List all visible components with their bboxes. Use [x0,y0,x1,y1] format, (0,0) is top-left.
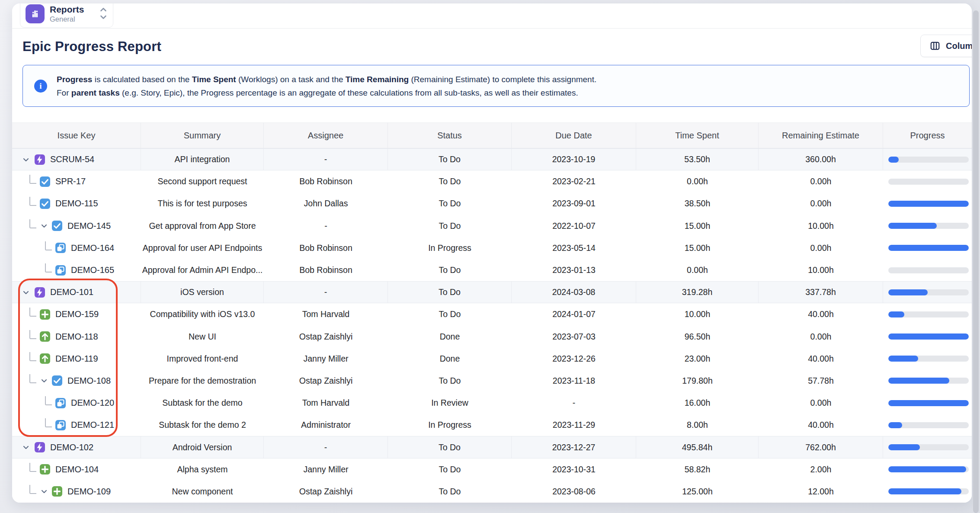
tree-elbow-connector [29,330,36,339]
remaining-estimate-cell: 0.00h [759,192,883,215]
info-text-segment: Progress [57,75,92,84]
progress-bar [888,223,969,229]
issue-key[interactable]: SCRUM-54 [50,154,94,164]
tree-elbow-connector [45,418,52,427]
report-selector[interactable]: Reports General [20,3,113,28]
due-date-cell: 2023-01-13 [512,259,636,281]
issue-key[interactable]: DEMO-164 [71,243,114,253]
issue-key[interactable]: DEMO-145 [67,221,111,231]
table-header-row: Issue KeySummaryAssigneeStatusDue DateTi… [12,122,972,148]
expand-chevron-icon[interactable] [22,155,30,164]
issue-key[interactable]: DEMO-115 [55,199,98,208]
issue-key-cell: SCRUM-54 [12,149,141,170]
expand-chevron-icon[interactable] [22,288,30,297]
assignee-cell: Administrator [264,414,388,436]
summary-cell: Improved front-end [141,348,264,370]
expand-chevron-icon[interactable] [40,376,48,385]
info-text-segment: (Remaining Estimate) to complete this as… [409,75,596,84]
issue-key-cell: DEMO-118 [12,326,141,348]
subtask-icon [55,398,66,408]
due-date-cell: 2023-11-18 [512,370,636,392]
tree-elbow-connector [29,374,36,383]
progress-bar [888,157,969,163]
issue-key[interactable]: DEMO-121 [71,420,114,430]
status-cell: To Do [388,192,512,215]
due-date-cell: 2023-07-03 [512,326,636,348]
progress-cell [883,370,972,392]
issue-key[interactable]: DEMO-159 [55,309,99,319]
table-row: SPR-17Second support requestBob Robinson… [12,170,972,192]
summary-cell: New component [141,481,264,503]
summary-cell: iOS version [141,282,264,303]
new-feature-icon [40,309,50,320]
time-spent-cell: 53.50h [636,149,759,170]
table-row: DEMO-120Subtask for the demoTom HarvaldI… [12,392,972,414]
report-selector-title: Reports [50,4,84,15]
issue-key-cell: DEMO-164 [12,237,141,259]
due-date-cell: 2023-05-14 [512,237,636,259]
columns-button[interactable]: Columns [920,35,972,57]
time-spent-cell: 0.00h [636,259,759,281]
due-date-cell: 2023-12-26 [512,348,636,370]
due-date-cell: 2024-01-07 [512,303,636,325]
table-row: DEMO-102Android Version-To Do2023-12-274… [12,436,972,458]
progress-cell [883,436,972,458]
expand-chevron-icon[interactable] [40,487,48,496]
issue-key[interactable]: DEMO-104 [55,465,99,475]
time-spent-cell: 38.50h [636,192,759,215]
select-updown-chevrons-icon[interactable] [99,6,108,22]
tree-elbow-connector [45,396,52,405]
assignee-cell: Janny Miller [264,348,388,370]
progress-cell [883,259,972,281]
report-selector-text: Reports General [50,4,84,23]
status-cell: To Do [388,436,512,458]
issue-key[interactable]: DEMO-119 [55,354,98,364]
issue-key-cell: DEMO-165 [12,259,141,281]
epic-icon [35,442,45,452]
issue-key-cell: DEMO-121 [12,414,141,436]
title-row: Epic Progress Report Columns [12,29,972,65]
epic-icon [35,287,45,298]
status-cell: To Do [388,458,512,481]
progress-cell [883,414,972,436]
issue-key[interactable]: DEMO-109 [67,487,111,497]
status-cell: Done [388,348,512,370]
expand-chevron-icon[interactable] [22,443,30,452]
task-icon [52,221,62,231]
status-cell: Done [388,326,512,348]
remaining-estimate-cell: 0.00h [759,326,883,348]
vertical-scrollbar[interactable] [973,10,979,513]
tree-elbow-connector [29,175,36,184]
summary-cell: New UI [141,326,264,348]
issue-key[interactable]: DEMO-101 [50,287,93,297]
issue-key-cell: DEMO-120 [12,392,141,414]
status-cell: To Do [388,215,512,237]
progress-bar [888,179,969,185]
new-feature-icon [52,486,62,497]
issue-key[interactable]: DEMO-165 [71,265,114,275]
remaining-estimate-cell: 2.00h [759,458,883,481]
issue-key[interactable]: SPR-17 [55,176,86,186]
issue-key[interactable]: DEMO-118 [55,332,98,342]
progress-cell [883,458,972,481]
assignee-cell: Janny Miller [264,458,388,481]
issue-key[interactable]: DEMO-120 [71,398,114,408]
summary-cell: Prepare for the demostration [141,370,264,392]
assignee-cell: - [264,215,388,237]
improvement-icon [40,331,50,342]
status-cell: To Do [388,481,512,503]
issue-key-cell: DEMO-119 [12,348,141,370]
expand-chevron-icon[interactable] [40,221,48,230]
issue-key[interactable]: DEMO-102 [50,442,93,452]
issue-key[interactable]: DEMO-108 [67,376,111,386]
remaining-estimate-cell: 10.00h [759,259,883,281]
due-date-cell: 2023-10-31 [512,458,636,481]
remaining-estimate-cell: 0.00h [759,392,883,414]
progress-bar [888,400,969,406]
column-header-due-date: Due Date [512,123,636,148]
issue-key-cell: DEMO-108 [12,370,141,392]
due-date-cell: 2023-08-06 [512,481,636,503]
table-row: DEMO-164Approval for user API EndpointsB… [12,237,972,259]
issue-key-cell: DEMO-145 [12,215,141,237]
issue-key-cell: DEMO-115 [12,192,141,215]
